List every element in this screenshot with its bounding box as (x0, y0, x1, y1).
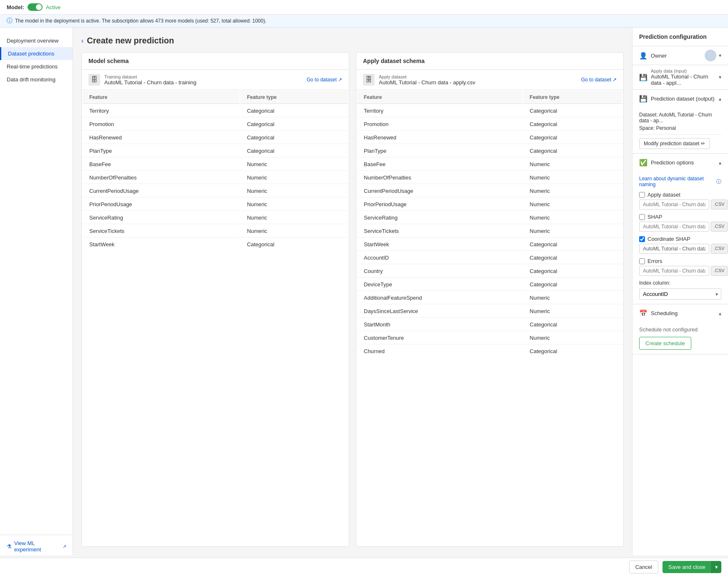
edit-icon: ✏ (701, 141, 705, 147)
options-label: Prediction options (651, 159, 694, 166)
model-dataset-info: 🗄 Training dataset AutoML Tutorial - Chu… (82, 70, 349, 90)
coord-shap-checkbox-row: Coordinate SHAP (639, 236, 721, 242)
apply-dataset-checkbox-row: Apply dataset (639, 192, 721, 198)
model-schema-header: Model schema (82, 53, 349, 70)
model-toggle[interactable] (28, 3, 43, 11)
errors-checkbox[interactable] (639, 258, 645, 264)
apply-dataset-details: Apply dataset AutoML Tutorial - Churn da… (379, 74, 475, 86)
apply-data-chevron[interactable]: ▾ (719, 74, 721, 80)
scheduling-header[interactable]: 📅 Scheduling ▴ (632, 304, 728, 322)
scheduling-label: Scheduling (651, 310, 678, 316)
sidebar-item-deployment-overview[interactable]: Deployment overview (0, 34, 73, 47)
coord-shap-checkbox[interactable] (639, 236, 645, 242)
table-row: PlanTypeCategorical (357, 145, 622, 157)
save-close-button[interactable]: Save and close (663, 561, 711, 573)
prediction-output-section: 💾 Prediction dataset (output) ▴ Dataset:… (632, 90, 728, 154)
index-column-section: Index column: AccountID (639, 280, 721, 300)
prediction-options-body: Learn about dynamic dataset naming ⓘ App… (632, 172, 728, 304)
apply-schema-panel: Apply dataset schema 🗄 Apply dataset Aut… (356, 52, 624, 547)
back-button[interactable]: ‹ (81, 37, 83, 45)
model-schema-panel: Model schema 🗄 Training dataset AutoML T… (81, 52, 349, 547)
table-row: StartWeekCategorical (83, 238, 348, 250)
model-dataset-details: Training dataset AutoML Tutorial - Churn… (104, 74, 196, 86)
owner-label: Owner (651, 53, 667, 59)
owner-section: 👤 Owner ▾ (632, 46, 728, 65)
schedule-status: Schedule not configured (639, 326, 721, 333)
table-row: TerritoryCategorical (357, 105, 622, 117)
table-row: BaseFeeNumeric (83, 158, 348, 171)
apply-data-section: 💾 Apply data (input) AutoML Tutorial - C… (632, 65, 728, 90)
shap-csv: .CSV (711, 222, 728, 232)
owner-avatar (705, 50, 716, 61)
apply-dataset-option-label: Apply dataset (647, 192, 680, 198)
scheduling-chevron[interactable]: ▴ (719, 311, 721, 316)
owner-chevron[interactable]: ▾ (719, 53, 721, 58)
view-ml-experiment-link[interactable]: ⚗ View ML experiment ↗ (0, 535, 73, 558)
apply-goto-link[interactable]: Go to dataset ↗ (581, 77, 617, 83)
table-row: PromotionCategorical (83, 118, 348, 131)
page-header: ‹ Create new prediction (81, 36, 624, 45)
schemas-row: Model schema 🗄 Training dataset AutoML T… (81, 52, 624, 547)
apply-dataset-checkbox[interactable] (639, 192, 645, 198)
prediction-output-header[interactable]: 💾 Prediction dataset (output) ▴ (632, 90, 728, 108)
coord-shap-option: Coordinate SHAP .CSV (639, 236, 721, 254)
scheduling-section: 📅 Scheduling ▴ Schedule not configured C… (632, 304, 728, 354)
sidebar-item-dataset-predictions[interactable]: Dataset predictions (0, 47, 73, 60)
external-link-icon2: ↗ (612, 77, 617, 83)
shap-checkbox[interactable] (639, 214, 645, 220)
output-label: Prediction dataset (output) (651, 96, 714, 102)
table-row: CurrentPeriodUsageNumeric (83, 185, 348, 197)
external-link-icon: ↗ (63, 544, 66, 549)
table-row: PromotionCategorical (357, 118, 622, 131)
errors-checkbox-row: Errors (639, 258, 721, 264)
modify-prediction-btn[interactable]: Modify prediction dataset ✏ (639, 138, 710, 149)
table-row: CurrentPeriodUsageNumeric (357, 185, 622, 197)
save-close-group: Save and close ▾ (663, 561, 721, 573)
sidebar: Deployment overview Dataset predictions … (0, 28, 73, 555)
apply-dataset-input[interactable] (639, 200, 709, 210)
options-chevron[interactable]: ▴ (719, 160, 721, 166)
top-bar: Model: Active (0, 0, 728, 15)
model-feature-table: Feature Feature type TerritoryCategorica… (82, 90, 349, 251)
output-chevron[interactable]: ▴ (719, 96, 721, 102)
apply-data-value: AutoML Tutorial - Churn data - appl... (651, 73, 719, 86)
save-close-dropdown-button[interactable]: ▾ (711, 561, 721, 573)
errors-csv: .CSV (711, 266, 728, 276)
prediction-options-header[interactable]: ✅ Prediction options ▴ (632, 154, 728, 172)
create-schedule-button[interactable]: Create schedule (639, 337, 691, 350)
owner-row: 👤 Owner ▾ (632, 46, 728, 65)
model-goto-link[interactable]: Go to dataset ↗ (307, 77, 342, 83)
apply-data-row: 💾 Apply data (input) AutoML Tutorial - C… (632, 65, 728, 89)
sidebar-item-realtime-predictions[interactable]: Real-time predictions (0, 60, 73, 73)
shap-input[interactable] (639, 222, 709, 232)
table-row: PriorPeriodUsageNumeric (357, 198, 622, 211)
table-row: ServiceRatingNumeric (357, 212, 622, 224)
scheduling-icon: 📅 (639, 309, 647, 317)
errors-label: Errors (647, 258, 662, 264)
index-column-select[interactable]: AccountID (639, 288, 721, 300)
output-icon: 💾 (639, 95, 647, 103)
table-row: BaseFeeNumeric (357, 158, 622, 171)
table-row: ServiceTicketsNumeric (357, 225, 622, 237)
apply-dataset-csv: .CSV (711, 200, 728, 210)
shap-label: SHAP (647, 214, 662, 220)
table-row: PlanTypeCategorical (83, 145, 348, 157)
table-row: StartWeekCategorical (357, 238, 622, 251)
coord-shap-input[interactable] (639, 244, 709, 254)
learn-link[interactable]: Learn about dynamic dataset naming ⓘ (639, 176, 721, 187)
table-row: AccountIDCategorical (357, 252, 622, 264)
table-row: HasRenewedCategorical (357, 131, 622, 144)
cancel-button[interactable]: Cancel (629, 561, 658, 573)
model-dataset-label: Training dataset (104, 74, 196, 79)
model-col-type: Feature type (240, 91, 348, 104)
model-label: Model: (7, 4, 24, 10)
main-content: ‹ Create new prediction Model schema 🗄 T… (73, 28, 632, 555)
coord-shap-csv: .CSV (711, 244, 728, 254)
coord-shap-input-row: .CSV (639, 244, 721, 254)
index-column-label: Index column: (639, 280, 721, 286)
apply-dataset-info: 🗄 Apply dataset AutoML Tutorial - Churn … (356, 70, 623, 90)
errors-input[interactable] (639, 266, 709, 276)
apply-feature-table: Feature Feature type TerritoryCategorica… (356, 90, 623, 358)
apply-data-label: Apply data (input) (651, 68, 719, 73)
sidebar-item-data-drift[interactable]: Data drift monitoring (0, 73, 73, 86)
